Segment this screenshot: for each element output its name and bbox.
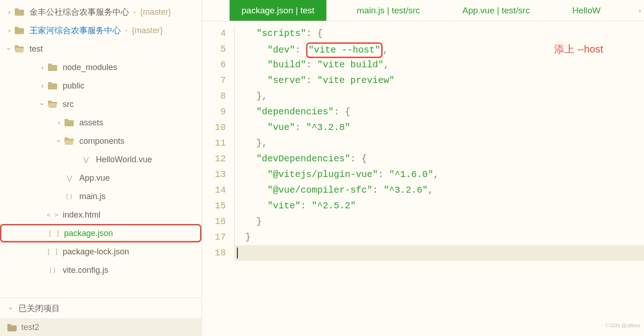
folder-row[interactable]: ›public <box>0 77 201 95</box>
code-line[interactable]: "vite": "^2.5.2" <box>234 198 644 214</box>
highlighted-value: "vite --host" <box>306 42 383 58</box>
project-row[interactable]: › 金丰公社综合农事服务中心 - {master} <box>0 3 201 21</box>
file-row[interactable]: [ ]package-lock.json <box>0 242 201 261</box>
editor-tab[interactable]: HelloW <box>560 0 612 21</box>
editor-tab[interactable]: main.js | test/src <box>345 0 432 21</box>
chevron-right-icon: › <box>38 64 47 71</box>
editor-tab[interactable]: package.json | test <box>230 0 326 21</box>
code-token: "serve" <box>267 75 306 86</box>
current-line-highlight <box>234 245 644 261</box>
code-line[interactable]: }, <box>234 88 644 104</box>
line-number: 6 <box>202 57 226 73</box>
tree-item-label: index.html <box>63 210 100 220</box>
code-token: } <box>245 232 251 242</box>
project-row-open[interactable]: › test <box>0 40 201 58</box>
code-line[interactable]: "@vue/compiler-sfc": "^3.2.6", <box>234 183 644 198</box>
code-token: : <box>378 169 389 180</box>
closed-project-row[interactable]: test2 <box>0 318 201 336</box>
code-token: "@vitejs/plugin-vue" <box>267 169 378 180</box>
code-line[interactable]: "@vitejs/plugin-vue": "^1.6.0", <box>234 167 644 183</box>
html-file-icon: < > <box>47 211 58 218</box>
code-line[interactable]: "build": "vite build", <box>234 57 644 73</box>
text-cursor <box>237 248 238 259</box>
json-file-icon: [ ] <box>48 230 59 237</box>
code-token: "^3.2.8" <box>306 122 350 133</box>
code-token: "vite" <box>267 200 301 211</box>
chevron-down-icon: › <box>39 100 46 109</box>
vue-file-icon: ⋁ <box>80 156 91 163</box>
code-line[interactable]: } <box>234 214 644 230</box>
chevron-down-icon: › <box>7 304 15 313</box>
watermark: CSDN @zttbee <box>606 318 640 333</box>
chevron-down-icon: › <box>55 136 63 146</box>
tree-item-label: assets <box>79 118 103 128</box>
editor: package.json | testmain.js | test/srcApp… <box>202 0 644 336</box>
line-number: 5 <box>202 41 226 57</box>
file-row[interactable]: ⟨⟩main.js <box>0 187 201 206</box>
annotation-label: 添上 --host <box>554 43 603 55</box>
code-token: "^3.2.6" <box>384 185 428 195</box>
code-line[interactable]: "serve": "vite preview" <box>234 73 644 88</box>
tree-item-label: vite.config.js <box>63 265 108 275</box>
line-number: 10 <box>202 120 226 136</box>
code-line[interactable] <box>234 245 644 261</box>
code-token: : <box>301 200 312 211</box>
line-number: 14 <box>202 183 226 198</box>
line-number: 11 <box>202 136 226 151</box>
vue-file-icon: ⋁ <box>64 174 75 182</box>
code-token: "^1.6.0" <box>389 169 433 180</box>
tree-item-label: components <box>79 136 124 146</box>
code-content[interactable]: "scripts": { "dev": "vite --host",添上 --h… <box>234 21 644 336</box>
code-token: }, <box>256 138 267 148</box>
folder-icon <box>14 8 25 16</box>
folder-icon <box>64 119 75 126</box>
code-line[interactable]: } <box>234 230 644 245</box>
tree-item-label: public <box>63 81 84 91</box>
folder-row[interactable]: ›assets <box>0 113 201 132</box>
line-number: 15 <box>202 198 226 214</box>
tab-scroll-right-icon[interactable]: › <box>636 0 644 21</box>
tab-bar: package.json | testmain.js | test/srcApp… <box>202 0 644 21</box>
closed-projects-section[interactable]: › 已关闭项目 <box>0 298 201 318</box>
file-row[interactable]: ⟨⟩vite.config.js <box>0 261 201 279</box>
closed-project-label: test2 <box>21 323 39 332</box>
folder-row[interactable]: ›node_modules <box>0 58 201 77</box>
code-token: : { <box>350 153 367 164</box>
code-token: "dev" <box>267 45 295 55</box>
code-line[interactable]: "vue": "^3.2.8" <box>234 120 644 136</box>
tree-item-label: main.js <box>79 192 106 201</box>
code-token: }, <box>256 91 267 101</box>
folder-icon <box>6 324 18 331</box>
file-row[interactable]: [ ]package.json <box>0 224 201 242</box>
file-row[interactable]: ⋁HelloWorld.vue <box>0 150 201 169</box>
folder-row[interactable]: ›src <box>0 95 201 113</box>
code-token: "vue" <box>267 122 295 133</box>
code-line[interactable]: "dev": "vite --host",添上 --host <box>234 41 644 57</box>
tree-item-label: HelloWorld.vue <box>96 155 152 165</box>
file-row[interactable]: ⋁App.vue <box>0 169 201 187</box>
closed-projects-label: 已关闭项目 <box>18 303 60 314</box>
line-number: 17 <box>202 230 226 245</box>
code-token: : { <box>306 28 323 39</box>
js-file-icon: ⟨⟩ <box>47 266 58 274</box>
project-row[interactable]: › 王家河综合农事服务中心 - {master} <box>0 21 201 40</box>
code-line[interactable]: "devDependencies": { <box>234 151 644 167</box>
line-number: 12 <box>202 151 226 167</box>
code-line[interactable]: "scripts": { <box>234 26 644 41</box>
line-number: 4 <box>202 26 226 41</box>
code-area[interactable]: 456789101112131415161718 "scripts": { "d… <box>202 21 644 336</box>
branch-annotation: - <box>123 26 130 35</box>
code-token: "scripts" <box>256 28 306 39</box>
code-line[interactable]: "dependencies": { <box>234 104 644 120</box>
editor-tab[interactable]: App.vue | test/src <box>450 0 542 21</box>
code-line[interactable]: }, <box>234 136 644 151</box>
file-row[interactable]: < >index.html <box>0 206 201 224</box>
file-tree[interactable]: › 金丰公社综合农事服务中心 - {master} › 王家河综合农事服务中心 … <box>0 0 201 298</box>
folder-row[interactable]: ›components <box>0 132 201 150</box>
code-token: "^2.5.2" <box>312 200 356 211</box>
code-token: , <box>384 59 389 70</box>
folder-icon <box>47 82 58 89</box>
code-token: : <box>306 59 317 70</box>
line-number-gutter: 456789101112131415161718 <box>202 21 234 336</box>
folder-icon <box>14 27 25 34</box>
